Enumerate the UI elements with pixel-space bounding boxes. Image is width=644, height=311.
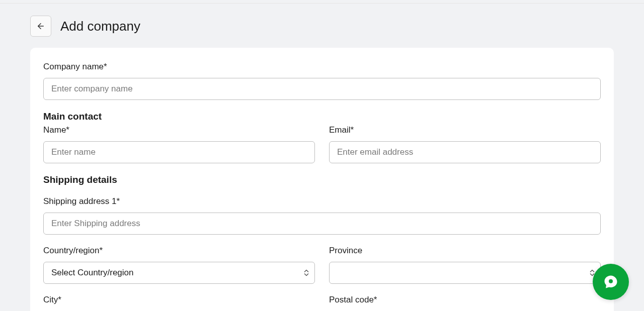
country-selected-value: Select Country/region	[51, 268, 133, 278]
chat-icon	[603, 274, 618, 289]
svg-point-1	[609, 279, 613, 283]
main-contact-heading: Main contact	[43, 111, 601, 122]
postal-field: Postal code*	[329, 295, 601, 311]
city-field: City*	[43, 295, 315, 311]
country-select[interactable]: Select Country/region	[43, 262, 315, 284]
province-select[interactable]	[329, 262, 601, 284]
main-contact-section: Main contact Name* Email*	[43, 111, 601, 163]
page-header: Add company	[30, 16, 614, 37]
country-label: Country/region*	[43, 246, 315, 256]
contact-name-field: Name*	[43, 125, 315, 163]
shipping-address-input[interactable]	[43, 213, 601, 235]
top-divider	[0, 0, 644, 4]
arrow-left-icon	[36, 22, 45, 31]
province-label: Province	[329, 246, 601, 256]
page-container: Add company Company name* Main contact N…	[0, 4, 644, 311]
country-field: Country/region* Select Country/region	[43, 246, 315, 284]
page-title: Add company	[60, 19, 140, 34]
province-field: Province	[329, 246, 601, 284]
chat-button[interactable]	[593, 264, 629, 300]
contact-email-label: Email*	[329, 125, 601, 135]
shipping-address-field: Shipping address 1*	[43, 196, 601, 235]
contact-email-input[interactable]	[329, 141, 601, 163]
shipping-heading: Shipping details	[43, 174, 601, 185]
contact-name-label: Name*	[43, 125, 315, 135]
back-button[interactable]	[30, 16, 51, 37]
company-name-field: Company name*	[43, 62, 601, 100]
shipping-address-label: Shipping address 1*	[43, 196, 601, 206]
city-label: City*	[43, 295, 315, 305]
contact-email-field: Email*	[329, 125, 601, 163]
shipping-section: Shipping details Shipping address 1* Cou…	[43, 174, 601, 311]
company-name-input[interactable]	[43, 78, 601, 100]
country-province-row: Country/region* Select Country/region Pr…	[43, 246, 601, 284]
contact-name-input[interactable]	[43, 141, 315, 163]
form-card: Company name* Main contact Name* Email* …	[30, 48, 614, 311]
postal-label: Postal code*	[329, 295, 601, 305]
city-postal-row: City* Postal code*	[43, 295, 601, 311]
company-name-label: Company name*	[43, 62, 601, 72]
